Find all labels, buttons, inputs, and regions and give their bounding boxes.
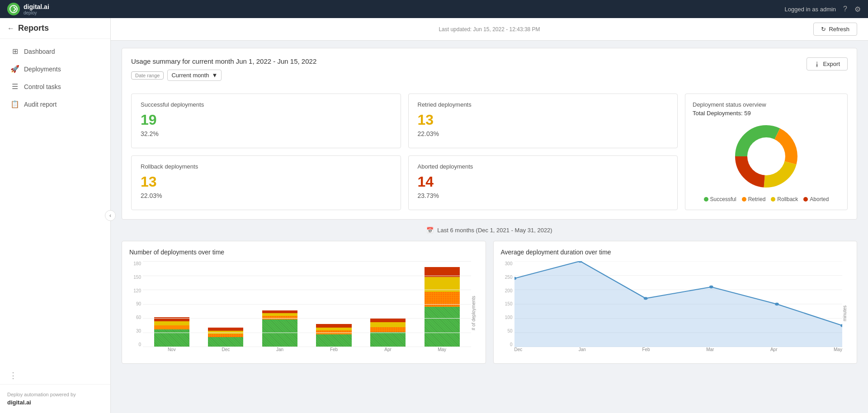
date-range-label: Date range bbox=[131, 71, 164, 80]
stats-grid: Successful deployments 19 32.2% Rollback… bbox=[131, 94, 848, 210]
refresh-button[interactable]: ↻ Refresh bbox=[813, 23, 857, 36]
stat-pct: 22.03% bbox=[141, 192, 392, 199]
summary-header-left: Usage summary for current month Jun 1, 2… bbox=[131, 57, 316, 88]
footer-text: Deploy automation powered by bbox=[7, 392, 103, 397]
topbar-logo-area: digital.ai deploy bbox=[7, 3, 49, 15]
donut-chart-container: Deployment status overview Total Deploym… bbox=[685, 94, 848, 210]
x-label: Mar bbox=[706, 347, 714, 356]
main-area: Last updated: Jun 15, 2022 - 12:43:38 PM… bbox=[111, 18, 868, 413]
help-icon[interactable]: ? bbox=[843, 5, 847, 13]
sidebar-footer: Deploy automation powered by digital.ai bbox=[0, 384, 110, 413]
bar-group-dec bbox=[201, 328, 251, 347]
sidebar-nav: ⊞ Dashboard 🚀 Deployments ☰ Control task… bbox=[0, 39, 110, 367]
sidebar: ← Reports ⊞ Dashboard 🚀 Deployments ☰ Co… bbox=[0, 18, 111, 413]
bar-aborted bbox=[316, 324, 351, 328]
stat-value: 13 bbox=[141, 174, 392, 190]
bar-aborted bbox=[425, 267, 460, 277]
stat-pct: 22.03% bbox=[418, 130, 669, 137]
refresh-icon: ↻ bbox=[821, 26, 826, 33]
legend-dot bbox=[704, 197, 708, 202]
sidebar-item-audit-report[interactable]: 📋 Audit report bbox=[0, 95, 110, 113]
y-tick: 0 bbox=[510, 342, 513, 347]
y-tick: 50 bbox=[507, 329, 512, 333]
stat-pct: 32.2% bbox=[141, 130, 392, 137]
y-tick: 0 bbox=[138, 342, 141, 347]
stat-pct: 23.73% bbox=[418, 192, 669, 199]
donut-hole bbox=[747, 137, 785, 175]
export-button[interactable]: ⭳ Export bbox=[807, 57, 848, 70]
y-tick: 120 bbox=[133, 288, 141, 293]
stat-label: Retried deployments bbox=[418, 101, 669, 108]
bar-retried bbox=[262, 316, 297, 319]
topbar-right: Logged in as admin ? ⚙ bbox=[785, 5, 861, 14]
sidebar-item-label: Deployments bbox=[24, 66, 61, 73]
bar-retried bbox=[316, 330, 351, 334]
sidebar-header: ← Reports bbox=[0, 18, 110, 39]
bar-chart-area: 180 150 120 90 60 30 0 bbox=[129, 261, 478, 356]
main-header: Last updated: Jun 15, 2022 - 12:43:38 PM… bbox=[111, 18, 868, 41]
bar-stack bbox=[370, 318, 406, 347]
sidebar-item-label: Control tasks bbox=[24, 83, 61, 90]
last-updated-text: Last updated: Jun 15, 2022 - 12:43:38 PM bbox=[367, 26, 612, 33]
legend-successful: Successful bbox=[704, 196, 736, 202]
data-point bbox=[775, 303, 779, 305]
sidebar-item-dashboard[interactable]: ⊞ Dashboard bbox=[0, 42, 110, 60]
bars-container bbox=[143, 261, 471, 347]
line-chart-body: Dec Jan Feb Mar Apr May bbox=[514, 261, 843, 356]
logo-text-area: digital.ai deploy bbox=[24, 3, 49, 15]
sidebar-item-label: Audit report bbox=[24, 101, 57, 108]
calendar-icon: 📅 bbox=[426, 227, 434, 234]
settings-icon[interactable]: ⚙ bbox=[854, 5, 861, 14]
control-tasks-icon: ☰ bbox=[10, 82, 19, 91]
legend-aborted: Aborted bbox=[803, 196, 829, 202]
legend-label: Rollback bbox=[777, 196, 798, 202]
bar-chart-body: Nov Dec Jan Feb Apr May bbox=[143, 261, 471, 356]
stat-label: Successful deployments bbox=[141, 101, 392, 108]
deployments-over-time-chart: Number of deployments over time 180 150 … bbox=[122, 241, 486, 364]
bar-successful bbox=[425, 307, 460, 347]
x-label: Apr bbox=[363, 347, 413, 356]
deployments-icon: 🚀 bbox=[10, 65, 19, 73]
sidebar-more-options[interactable]: ⋮ bbox=[0, 367, 110, 384]
sidebar-item-control-tasks[interactable]: ☰ Control tasks bbox=[0, 78, 110, 95]
data-point bbox=[643, 297, 647, 300]
bar-rollback bbox=[370, 322, 406, 327]
bar-aborted bbox=[154, 317, 189, 321]
data-point bbox=[709, 286, 713, 288]
y-tick: 100 bbox=[505, 315, 513, 320]
back-button[interactable]: ← bbox=[7, 24, 14, 33]
y-tick: 300 bbox=[505, 261, 513, 266]
legend-label: Successful bbox=[710, 196, 736, 202]
stats-right-column: Retried deployments 13 22.03% Aborted de… bbox=[408, 94, 678, 210]
donut-legend: Successful Retried Rollback bbox=[693, 196, 840, 202]
x-label: Nov bbox=[146, 347, 197, 356]
stat-label: Aborted deployments bbox=[418, 163, 669, 170]
footer-logo: digital.ai bbox=[7, 399, 103, 406]
y-tick: 30 bbox=[136, 329, 141, 333]
stat-label: Rollback deployments bbox=[141, 163, 392, 170]
bar-retried bbox=[425, 292, 460, 307]
date-range-select[interactable]: Current month ▼ bbox=[167, 70, 222, 81]
x-label: Jan bbox=[579, 347, 586, 356]
sidebar-collapse-button[interactable]: ‹ bbox=[105, 210, 116, 221]
x-label: May bbox=[417, 347, 467, 356]
bar-retried bbox=[154, 325, 189, 329]
y-axis: 300 250 200 150 100 50 0 bbox=[501, 261, 514, 356]
stat-retried: Retried deployments 13 22.03% bbox=[408, 94, 678, 148]
app-name: digital.ai bbox=[24, 3, 49, 10]
logo-icon bbox=[7, 3, 20, 15]
x-label: Jan bbox=[255, 347, 305, 356]
date-range-row: Date range Current month ▼ bbox=[131, 70, 316, 81]
y-tick: 180 bbox=[133, 261, 141, 266]
dropdown-arrow-icon: ▼ bbox=[212, 72, 218, 79]
refresh-label: Refresh bbox=[829, 26, 849, 33]
bar-successful bbox=[262, 319, 297, 347]
bar-rollback bbox=[154, 321, 189, 325]
legend-dot bbox=[771, 197, 775, 202]
dashboard-icon: ⊞ bbox=[10, 47, 19, 56]
sidebar-item-deployments[interactable]: 🚀 Deployments bbox=[0, 60, 110, 78]
y-tick: 60 bbox=[136, 315, 141, 320]
bar-stack bbox=[208, 328, 243, 347]
x-label: Feb bbox=[642, 347, 650, 356]
app-sub: deploy bbox=[24, 10, 49, 15]
